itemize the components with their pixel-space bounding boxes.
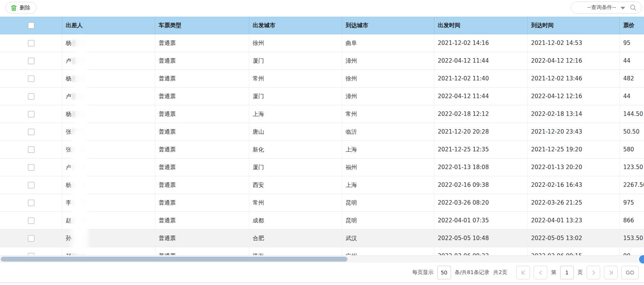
query-condition-label: --查询条件--	[587, 4, 616, 11]
cell-departure-time: 2022-05-05 10:48	[434, 230, 528, 247]
cell-price: 123.50	[620, 159, 644, 176]
cell-ticket-type: 普通票	[155, 141, 249, 158]
table-row[interactable]: 杨 普通票 上海 常州 2022-02-18 12:12 2022-02-18 …	[0, 105, 644, 123]
row-checkbox-cell	[0, 247, 62, 255]
cell-departure-time: 2021-12-02 11:40	[434, 70, 528, 87]
row-checkbox[interactable]	[28, 75, 34, 82]
cell-departure-time: 2022-03-26 08:20	[434, 194, 528, 211]
cell-departure-city: 西安	[249, 176, 342, 194]
table-row[interactable]: 杨 普通票 常州 徐州 2021-12-02 11:40 2021-12-02 …	[0, 70, 644, 88]
row-checkbox-cell	[0, 52, 62, 69]
select-all-checkbox[interactable]	[28, 22, 34, 29]
search-icon[interactable]	[630, 4, 637, 11]
row-checkbox-cell	[0, 230, 62, 247]
row-checkbox-cell	[0, 34, 62, 52]
cell-price: 44	[620, 88, 644, 105]
table-row[interactable]: 卢 普通票 厦门 福州 2022-01-13 18:08 2022-01-13 …	[0, 159, 644, 176]
cell-departure-time: 2022-02-16 09:38	[434, 176, 528, 194]
per-page-label: 每页显示	[412, 269, 434, 276]
header-arrival-city: 到达城市	[342, 17, 434, 34]
table-row[interactable]: 赵 普通票 珠海 广州 2022-03-06 09:22 2022-03-06 …	[0, 247, 644, 255]
row-checkbox[interactable]	[28, 146, 34, 153]
trips-table: 出差人 车票类型 出发城市 到达城市 出发时间 到达时间 票价 杨 普通票 徐州…	[0, 17, 644, 255]
chevron-down-icon[interactable]	[621, 7, 625, 9]
cell-price: 975	[620, 194, 644, 211]
table-row[interactable]: 卢 普通票 厦门 漳州 2022-04-12 11:44 2022-04-12 …	[0, 88, 644, 105]
horizontal-scrollbar[interactable]	[0, 255, 644, 263]
cell-departure-city: 徐州	[249, 34, 342, 52]
page-number-input[interactable]	[560, 266, 574, 279]
table-row[interactable]: 杨 普通票 西安 上海 2022-02-16 09:38 2022-02-16 …	[0, 176, 644, 194]
table-row[interactable]: 张 普通票 唐山 临沂 2021-12-20 20:28 2021-12-20 …	[0, 123, 644, 141]
cell-ticket-type: 普通票	[155, 123, 249, 140]
cell-price: 144.50	[620, 105, 644, 123]
cell-arrival-city: 武汉	[342, 230, 434, 247]
go-button[interactable]: GO	[621, 266, 639, 279]
row-checkbox-cell	[0, 123, 62, 140]
cell-ticket-type: 普通票	[155, 70, 249, 87]
prev-page-button[interactable]	[534, 266, 547, 279]
table-row[interactable]: 赵 普通票 成都 昆明 2022-04-01 07:35 2022-04-01 …	[0, 212, 644, 230]
delete-button-label: 删除	[20, 5, 30, 11]
cell-arrival-time: 2022-01-13 20:20	[528, 159, 620, 176]
cell-departure-city: 常州	[249, 70, 342, 87]
row-checkbox-cell	[0, 176, 62, 194]
cell-arrival-city: 曲阜	[342, 34, 434, 52]
table-row[interactable]: 张 普通票 新化 上海 2021-12-25 12:35 2021-12-25 …	[0, 141, 644, 159]
row-checkbox[interactable]	[28, 200, 34, 206]
cell-departure-time: 2022-04-01 07:35	[434, 212, 528, 229]
cell-ticket-type: 普通票	[155, 34, 249, 52]
next-page-button[interactable]	[587, 266, 600, 279]
row-checkbox-cell	[0, 105, 62, 123]
cell-departure-city: 厦门	[249, 159, 342, 176]
cell-arrival-city: 常州	[342, 105, 434, 123]
cell-arrival-time: 2021-12-25 19:20	[528, 141, 620, 158]
row-checkbox[interactable]	[28, 164, 34, 171]
trash-icon	[11, 5, 17, 11]
cell-arrival-time: 2021-12-02 14:53	[528, 34, 620, 52]
cell-arrival-city: 漳州	[342, 88, 434, 105]
cell-ticket-type: 普通票	[155, 159, 249, 176]
scroll-corner-blue[interactable]	[639, 255, 644, 263]
delete-button[interactable]: 删除	[5, 2, 37, 14]
header-arrival-time: 到达时间	[528, 17, 620, 34]
per-page-input[interactable]	[437, 266, 451, 279]
cell-arrival-time: 2022-05-05 13:02	[528, 230, 620, 247]
cell-departure-time: 2022-04-12 11:44	[434, 52, 528, 69]
cell-arrival-city: 广州	[342, 247, 434, 255]
cell-arrival-time: 2021-12-20 23:43	[528, 123, 620, 140]
cell-price: 95	[620, 34, 644, 52]
table-row[interactable]: 孙 普通票 合肥 武汉 2022-05-05 10:48 2022-05-05 …	[0, 230, 644, 247]
cell-ticket-type: 普通票	[155, 176, 249, 194]
cell-departure-time: 2022-02-18 12:12	[434, 105, 528, 123]
row-checkbox[interactable]	[28, 182, 34, 188]
cell-price: 580	[620, 141, 644, 158]
cell-arrival-time: 2022-03-26 21:25	[528, 194, 620, 211]
cell-departure-city: 厦门	[249, 52, 342, 69]
cell-arrival-time: 2022-03-06 09:15	[528, 247, 620, 255]
table-row[interactable]: 杨 普通票 徐州 曲阜 2021-12-02 14:16 2021-12-02 …	[0, 34, 644, 52]
redaction-smudge-2	[71, 130, 82, 254]
cell-ticket-type: 普通票	[155, 230, 249, 247]
cell-departure-time: 2022-04-12 11:44	[434, 88, 528, 105]
first-page-button[interactable]	[516, 266, 530, 279]
cell-arrival-time: 2022-04-12 12:16	[528, 52, 620, 69]
cell-price: 482	[620, 70, 644, 87]
last-page-button[interactable]	[604, 266, 618, 279]
horizontal-scrollbar-thumb[interactable]	[1, 257, 347, 262]
header-traveler: 出差人	[62, 17, 155, 34]
row-checkbox[interactable]	[28, 58, 34, 64]
cell-ticket-type: 普通票	[155, 105, 249, 123]
table-row[interactable]: 卢 普通票 厦门 漳州 2022-04-12 11:44 2022-04-12 …	[0, 52, 644, 70]
table-row[interactable]: 李 普通票 常州 昆明 2022-03-26 08:20 2022-03-26 …	[0, 194, 644, 212]
row-checkbox[interactable]	[28, 93, 34, 100]
row-checkbox[interactable]	[28, 217, 34, 224]
row-checkbox[interactable]	[28, 111, 34, 117]
cell-departure-city: 上海	[249, 105, 342, 123]
row-checkbox[interactable]	[28, 235, 34, 242]
cell-departure-time: 2021-12-20 20:28	[434, 123, 528, 140]
row-checkbox[interactable]	[28, 129, 34, 135]
pagination-bar: 每页显示 条/共81条记录 共2页 第 页 GO	[0, 263, 644, 283]
row-checkbox[interactable]	[28, 40, 34, 46]
query-condition-select[interactable]: --查询条件--	[571, 2, 642, 14]
